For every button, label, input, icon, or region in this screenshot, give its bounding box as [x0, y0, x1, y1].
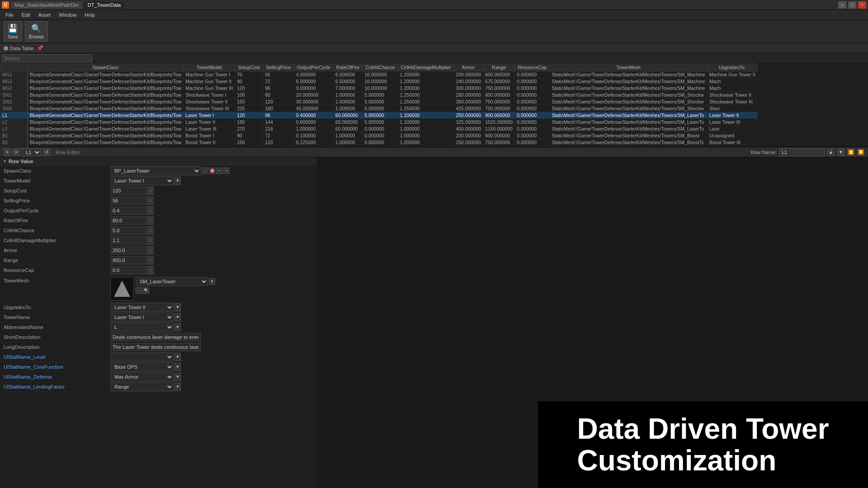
abbreviated-name-dropdown[interactable]: L — [110, 323, 174, 332]
armor-input[interactable] — [110, 246, 146, 254]
selling-price-spinner[interactable]: ↕ — [147, 197, 154, 205]
nav-first-btn[interactable]: ⏫ — [847, 149, 854, 156]
panel-pin[interactable]: 📌 — [37, 45, 43, 51]
tower-mesh-dropdown[interactable]: SM_LaserTower — [136, 277, 208, 286]
crit-hit-dmg-mult-input[interactable] — [110, 236, 146, 244]
field-value-output-per-cycle: ↕ — [108, 206, 316, 215]
rate-of-fire-cell: 1.000000 — [333, 105, 362, 112]
ui-stat-limiting-factor-spinner[interactable]: ▼ — [175, 383, 181, 391]
output-per-cycle-spinner[interactable]: ↕ — [147, 206, 154, 215]
setup-cost-input[interactable] — [110, 187, 146, 195]
col-rate-of-fire[interactable]: RateOfFire — [333, 64, 362, 71]
spawn-add-btn[interactable]: + — [216, 168, 222, 174]
row-selector[interactable]: L1 — [22, 148, 41, 156]
table-row[interactable]: MG1 BlueprintGeneratedClass'/Game/TowerD… — [0, 71, 758, 78]
armor-cell: 400.000000 — [454, 126, 483, 132]
tower-model-dropdown[interactable]: Laser Tower I — [110, 176, 174, 185]
range-cell: 1025.000000 — [483, 119, 514, 126]
rate-of-fire-spinner[interactable]: ↕ — [147, 216, 154, 225]
selling-price-input[interactable] — [110, 197, 146, 205]
short-description-input[interactable] — [110, 333, 201, 341]
delete-row-button[interactable]: × — [13, 149, 20, 156]
table-row[interactable]: MG3 BlueprintGeneratedClass'/Game/TowerD… — [0, 85, 758, 92]
ui-stat-level-spinner[interactable]: ▼ — [175, 353, 181, 361]
table-row[interactable]: SW3 BlueprintGeneratedClass'/Game/TowerD… — [0, 105, 758, 112]
crit-hit-dmg-mult-cell: 1.200000 — [398, 71, 454, 78]
minimize-btn[interactable]: – — [838, 1, 846, 9]
tower-name-spinner[interactable]: ▼ — [175, 313, 181, 321]
output-per-cycle-input[interactable] — [110, 206, 146, 215]
range-input[interactable] — [110, 256, 146, 264]
mesh-nav-btn[interactable]: ← — [136, 287, 142, 294]
ui-stat-level-dropdown[interactable] — [110, 352, 174, 361]
col-output-per-cycle[interactable]: OutputPerCycle — [294, 64, 333, 71]
spawn-clear-btn[interactable]: × — [223, 168, 230, 174]
menu-window[interactable]: Window — [55, 11, 80, 19]
table-row[interactable]: SW2 BlueprintGeneratedClass'/Game/TowerD… — [0, 99, 758, 105]
col-range[interactable]: Range — [483, 64, 514, 71]
row-name-input[interactable] — [779, 148, 825, 156]
setup-cost-spinner[interactable]: ↕ — [147, 187, 154, 195]
maximize-btn[interactable]: □ — [848, 1, 856, 9]
col-tower-model[interactable]: TowerModel — [184, 64, 235, 71]
table-row[interactable]: L1 BlueprintGeneratedClass'/Game/TowerDe… — [0, 112, 758, 119]
mesh-dropdown-btn[interactable]: ▼ — [209, 278, 215, 285]
abbreviated-name-spinner[interactable]: ▼ — [175, 323, 181, 331]
crit-hit-chance-input[interactable] — [110, 226, 146, 235]
ui-stat-limiting-factor-dropdown[interactable]: Range — [110, 382, 174, 391]
menu-edit[interactable]: Edit — [18, 11, 34, 19]
upgrades-to-dropdown[interactable]: Laser Tower II — [110, 303, 174, 312]
menu-help[interactable]: Help — [81, 11, 99, 19]
section-toggle[interactable]: ▼ — [3, 159, 7, 164]
table-row[interactable]: B1 BlueprintGeneratedClass'/Game/TowerDe… — [0, 132, 758, 139]
long-description-input[interactable] — [110, 343, 201, 351]
col-tower-mesh[interactable]: TowerMesh — [550, 64, 707, 71]
ui-stat-defense-dropdown[interactable]: Max Armor — [110, 372, 174, 381]
mesh-find-btn[interactable]: 🔍 — [143, 287, 149, 294]
spawn-locate-btn[interactable]: 🎯 — [209, 168, 215, 174]
ui-stat-defense-spinner[interactable]: ▼ — [175, 373, 181, 381]
tab-dt-tower[interactable]: DT_TowerData — [84, 1, 124, 9]
rate-of-fire-input[interactable] — [110, 216, 146, 225]
crit-hit-dmg-mult-spinner[interactable]: ↕ — [147, 236, 154, 244]
tower-model-spinner[interactable]: ▼ — [175, 177, 181, 185]
tab-map[interactable]: Map_StaticNavMeshPathDer — [11, 1, 82, 9]
col-armor[interactable]: Armor — [454, 64, 483, 71]
menu-file[interactable]: File — [2, 11, 17, 19]
spawn-nav-btn[interactable]: ← — [202, 168, 208, 174]
refresh-row-btn[interactable]: ↺ — [43, 149, 50, 156]
search-input[interactable] — [2, 54, 92, 62]
armor-spinner[interactable]: ↕ — [147, 246, 154, 254]
upgrades-to-spinner[interactable]: ▼ — [175, 303, 181, 311]
nav-down-btn[interactable]: ▼ — [837, 149, 844, 156]
ui-stat-core-function-dropdown[interactable]: Base DPS — [110, 362, 174, 371]
add-row-button[interactable]: + — [4, 149, 11, 156]
col-crit-hit-dmg-mult[interactable]: CritHitDamageMultiplier — [398, 64, 454, 71]
col-setup-cost[interactable]: SetupCost — [235, 64, 263, 71]
menu-asset[interactable]: Asset — [35, 11, 55, 19]
resource-cap-input[interactable] — [110, 266, 146, 274]
col-spawn-class[interactable]: SpawnClass — [28, 64, 184, 71]
nav-last-btn[interactable]: ⏬ — [857, 149, 864, 156]
crit-hit-chance-spinner[interactable]: ↕ — [147, 226, 154, 235]
browse-button[interactable]: 🔍 Browse — [25, 21, 48, 42]
setup-cost-cell: 150 — [235, 139, 263, 146]
upgrades-to-cell: Machine Gun Tower II — [707, 71, 757, 78]
save-button[interactable]: 💾 Save — [4, 21, 22, 42]
col-selling-price[interactable]: SellingPrice — [263, 64, 294, 71]
col-crit-hit-chance[interactable]: CritHitChance — [363, 64, 398, 71]
resource-cap-spinner[interactable]: ↕ — [147, 266, 154, 274]
spawn-class-dropdown[interactable]: BP_LaserTower — [110, 166, 201, 175]
range-spinner[interactable]: ↕ — [147, 256, 154, 264]
nav-up-btn[interactable]: ▲ — [827, 149, 835, 156]
table-row[interactable]: SW1 BlueprintGeneratedClass'/Game/TowerD… — [0, 92, 758, 99]
table-row[interactable]: L2 BlueprintGeneratedClass'/Game/TowerDe… — [0, 119, 758, 126]
col-resource-cap[interactable]: ResourceCap — [515, 64, 550, 71]
table-row[interactable]: L3 BlueprintGeneratedClass'/Game/TowerDe… — [0, 126, 758, 132]
col-upgrades-to[interactable]: UpgradesTo: — [707, 64, 757, 71]
table-row[interactable]: MG2 BlueprintGeneratedClass'/Game/TowerD… — [0, 78, 758, 85]
table-row[interactable]: B2 BlueprintGeneratedClass'/Game/TowerDe… — [0, 139, 758, 146]
tower-name-dropdown[interactable]: Laser Tower I — [110, 313, 174, 322]
close-btn[interactable]: × — [858, 1, 866, 9]
ui-stat-core-function-spinner[interactable]: ▼ — [175, 363, 181, 371]
